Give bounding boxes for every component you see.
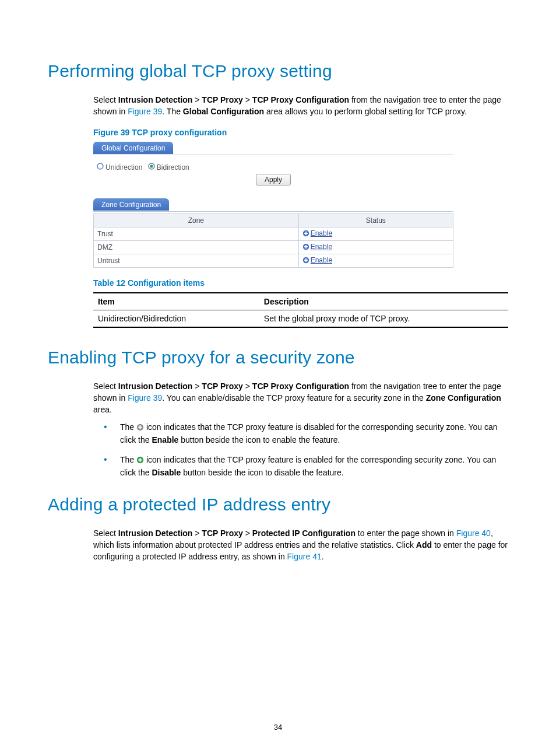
text: The (120, 422, 136, 432)
section-3-body: Select Intrusion Detection > TCP Proxy >… (93, 527, 508, 562)
enable-icon (302, 230, 309, 239)
figure-39-link[interactable]: Figure 39 (128, 107, 162, 116)
status-column-header: Status (298, 214, 453, 228)
description-column-header: Description (259, 293, 508, 310)
breadcrumb-item: TCP Proxy (202, 95, 243, 104)
radio-unselected-icon (97, 163, 104, 172)
divider (93, 211, 453, 212)
figure-41-link[interactable]: Figure 41 (287, 552, 322, 561)
enable-link[interactable]: Enable (311, 229, 332, 237)
enable-label: Enable (152, 435, 178, 444)
zone-cell: DMZ (94, 241, 299, 254)
text: button beside the icon to enable the fea… (178, 435, 340, 444)
text: . You can enable/disable the TCP proxy f… (162, 393, 425, 402)
text: to enter the page shown in (356, 528, 456, 538)
tab-zone-configuration[interactable]: Zone Configuration (93, 198, 169, 211)
text: Select (93, 528, 118, 538)
disable-label: Disable (152, 468, 181, 477)
status-cell: Enable (298, 228, 453, 241)
apply-button[interactable]: Apply (256, 174, 291, 186)
radio-label: Unidirection (105, 163, 142, 172)
radio-bidirection[interactable]: Bidirection (148, 163, 189, 172)
text: > (243, 382, 252, 391)
enable-icon (302, 243, 309, 252)
svg-rect-17 (138, 460, 142, 461)
heading-enabling-tcp-proxy-zone: Enabling TCP proxy for a security zone (48, 348, 508, 368)
text: . The (162, 107, 183, 116)
breadcrumb-item: Intrusion Detection (118, 382, 193, 391)
text: > (192, 95, 202, 104)
text: area allows you to perform global settin… (264, 107, 467, 116)
page: Performing global TCP proxy setting Sele… (0, 0, 556, 756)
zone-config-tabrow: Zone Configuration (93, 198, 453, 214)
text: > (243, 528, 252, 538)
breadcrumb-item: TCP Proxy (202, 528, 243, 538)
breadcrumb-item: Intrusion Detection (118, 528, 193, 538)
list-item: The icon indicates that the TCP proxy fe… (93, 421, 508, 446)
proxy-mode-radios: Unidirection Bidirection (93, 157, 453, 174)
item-column-header: Item (93, 293, 259, 310)
item-cell: Unidirection/Bidiredction (93, 310, 259, 328)
table-12-caption: Table 12 Configuration items (93, 278, 508, 288)
zone-column-header: Zone (94, 214, 299, 228)
breadcrumb-item: TCP Proxy Configuration (252, 95, 349, 104)
breadcrumb-item: TCP Proxy (202, 382, 243, 391)
heading-adding-protected-ip: Adding a protected IP address entry (48, 495, 508, 514)
svg-rect-11 (304, 260, 307, 261)
text: area. (93, 405, 112, 414)
text: > (192, 528, 202, 538)
text: Select (93, 95, 118, 104)
text: > (243, 95, 252, 104)
table-12: Item Description Unidirection/Bidiredcti… (93, 292, 508, 328)
svg-rect-5 (304, 233, 307, 234)
radio-unidirection[interactable]: Unidirection (97, 163, 142, 172)
s3-paragraph: Select Intrusion Detection > TCP Proxy >… (93, 527, 508, 562)
zone-configuration-label: Zone Configuration (426, 393, 501, 402)
s1-paragraph: Select Intrusion Detection > TCP Proxy >… (93, 94, 508, 117)
page-number: 34 (0, 723, 556, 732)
s2-paragraph: Select Intrusion Detection > TCP Proxy >… (93, 380, 508, 415)
text: button beside the icon to disable the fe… (181, 468, 343, 477)
radio-label: Bidirection (157, 163, 189, 172)
apply-row: Apply (93, 174, 453, 198)
table-row: Untrust Enable (94, 254, 453, 268)
radio-selected-icon (148, 163, 155, 172)
bullet-list: The icon indicates that the TCP proxy fe… (93, 421, 508, 478)
svg-rect-8 (304, 246, 307, 247)
zone-table: Zone Status Trust Enable DMZ Enable (93, 214, 453, 268)
section-2-body: Select Intrusion Detection > TCP Proxy >… (93, 380, 508, 478)
status-cell: Enable (298, 254, 453, 268)
svg-point-2 (150, 164, 153, 167)
tab-global-configuration[interactable]: Global Configuration (93, 142, 173, 154)
zone-cell: Untrust (94, 254, 299, 268)
figure-39-link[interactable]: Figure 39 (128, 393, 162, 402)
text: Select (93, 382, 118, 391)
enable-link[interactable]: Enable (311, 243, 332, 251)
section-1-body: Select Intrusion Detection > TCP Proxy >… (93, 94, 508, 328)
breadcrumb-item: TCP Proxy Configuration (252, 382, 349, 391)
heading-global-tcp-proxy: Performing global TCP proxy setting (48, 61, 508, 81)
svg-rect-14 (138, 427, 142, 428)
enable-icon (302, 257, 309, 265)
text: The (120, 455, 136, 464)
table-row: Trust Enable (94, 228, 453, 241)
add-label: Add (416, 540, 432, 550)
zone-cell: Trust (94, 228, 299, 241)
enable-link[interactable]: Enable (311, 256, 332, 264)
breadcrumb-item: Protected IP Configuration (252, 528, 356, 538)
svg-point-0 (97, 163, 103, 169)
list-item: The icon indicates that the TCP proxy fe… (93, 454, 508, 478)
description-cell: Set the global proxy mode of TCP proxy. (259, 310, 508, 328)
figure-39-caption: Figure 39 TCP proxy configuration (93, 128, 508, 137)
breadcrumb-item: Intrusion Detection (118, 95, 193, 104)
text: > (192, 382, 202, 391)
table-row: Unidirection/Bidiredction Set the global… (93, 310, 508, 328)
global-configuration-label: Global Configuration (183, 107, 264, 116)
disabled-status-icon (136, 422, 144, 434)
divider (93, 155, 453, 155)
table-row: DMZ Enable (94, 241, 453, 254)
figure-39-screenshot: Global Configuration Unidirection Bidire… (93, 142, 453, 268)
text: . (322, 552, 324, 561)
figure-40-link[interactable]: Figure 40 (456, 528, 491, 538)
global-config-tabrow: Global Configuration (93, 142, 453, 157)
